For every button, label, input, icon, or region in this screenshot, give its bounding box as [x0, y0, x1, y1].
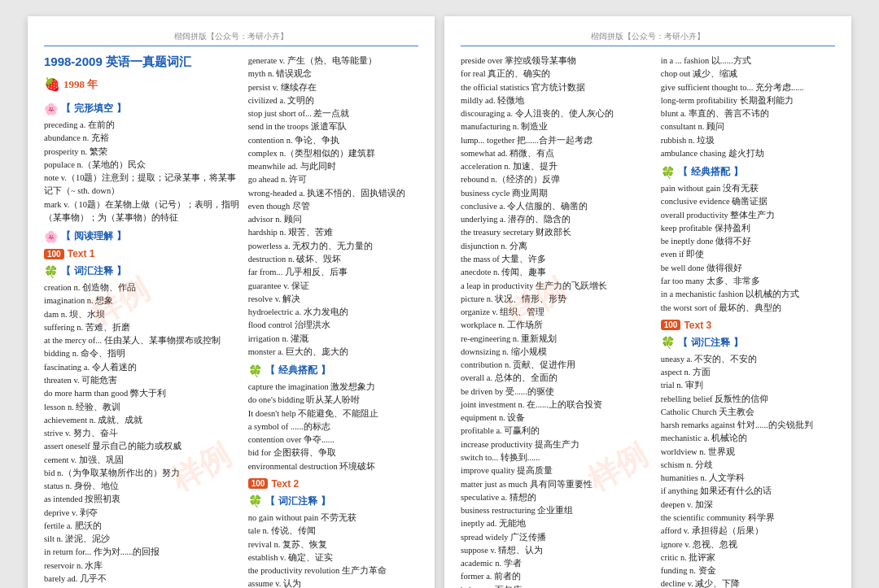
vocab-entry: far too many 太多、非常多: [661, 275, 835, 288]
vocab-entry: worldview n. 世界观: [661, 446, 835, 459]
vocab-entry: business cycle 商业周期: [461, 187, 653, 200]
vocab-entry: lump... together 把......合并一起考虑: [461, 134, 653, 147]
vocab-entry: deprive v. 剥夺: [44, 507, 240, 520]
icon-100-3: 100: [661, 320, 681, 330]
vocab-entry: powerless a. 无权力的、无力量的: [248, 240, 418, 253]
wanxing-entries: preceding a. 在前的 abundance n. 充裕 prosper…: [44, 119, 240, 224]
vocab-entry: generate v. 产生（热、电等能量）: [248, 54, 418, 68]
vocab-entry: conclusive evidence 确凿证据: [661, 195, 835, 208]
vocab-entry: academic n. 学者: [461, 557, 653, 570]
vocab-entry: manufacturing n. 制造业: [461, 120, 653, 133]
vocab-entry: ambulance chasing 趁火打劫: [661, 147, 835, 160]
vocab-entry: the mass of 大量、许多: [461, 253, 653, 266]
vocab-entry: contribution n. 贡献、促进作用: [461, 359, 653, 372]
vocab-entry: acceleration n. 加速、提升: [461, 160, 653, 173]
vocab-entry: wrong-headed a. 执迷不悟的、固执错误的: [248, 187, 418, 200]
vocab-entry: go ahead n. 许可: [248, 173, 418, 186]
vocab-entry: stop just short of... 差一点就: [248, 107, 418, 120]
clover-icon-3: 🍀: [248, 494, 262, 507]
vocab-entry: Catholic Church 天主教会: [661, 406, 835, 419]
page-1: 样例 样例 楷阔拼版【公众号：考研小卉】 1998-2009 英语一真题词汇 🍓…: [28, 16, 435, 588]
vocab-entry: fertile a. 肥沃的: [44, 520, 240, 533]
vocab-entry: rubbish n. 垃圾: [661, 134, 835, 147]
vocab-entry: former a. 前者的: [461, 570, 653, 583]
vocab-entry: at the mercy of... 任由某人、某事物摆布或控制: [44, 334, 240, 347]
vocab-entry: as intended 按照初衷: [44, 493, 240, 506]
vocab-entry: increase productivity 提高生产力: [461, 438, 653, 451]
vocab-entry: lesson n. 经验、教训: [44, 401, 240, 414]
vocab-entry: creation n. 创造物、作品: [44, 281, 240, 294]
vocab-entry: picture n. 状况、情形、形势: [461, 293, 653, 306]
vocab-entry: preside over 掌控或领导某事物: [461, 54, 653, 68]
section-jingdian2: 🍀 【 经典搭配 】: [661, 165, 835, 179]
icon-100-1: 100: [44, 249, 64, 259]
vocab-entry: bid n.（为争取某物所作出的）努力: [44, 467, 240, 480]
vocab-entry: suffering n. 苦难、折磨: [44, 321, 240, 334]
vocab-entry: meanwhile ad. 与此同时: [248, 160, 418, 173]
clover-icon-5: 🍀: [661, 336, 675, 349]
vocab-entry: the scientific community 科学界: [661, 512, 835, 525]
vocab-entry: speculative a. 猜想的: [461, 491, 653, 504]
vocab-entry: even though 尽管: [248, 200, 418, 213]
vocab-entry: improve quality 提高质量: [461, 464, 653, 477]
page-2: 样例 样例 楷阔拼版【公众号：考研小卉】 preside over 掌控或领导某…: [444, 16, 851, 588]
vocab-entry: flood control 治理洪水: [248, 319, 418, 332]
vocab-entry: hydroelectric a. 水力发电的: [248, 306, 418, 319]
page1-right-col: generate v. 产生（热、电等能量） myth n. 错误观念 pers…: [248, 54, 418, 588]
vocab-entry: funding n. 资金: [661, 564, 835, 577]
vocab-entry: underlying a. 潜存的、隐含的: [461, 213, 653, 226]
page-header-2: 楷阔拼版【公众号：考研小卉】: [461, 31, 835, 46]
vocab-entry: monster a. 巨大的、庞大的: [248, 346, 418, 359]
vocab-entry: the treasury secretary 财政部长: [461, 226, 653, 239]
vocab-entry: deepen v. 加深: [661, 499, 835, 512]
vocab-entry: populace n.（某地的）民众: [44, 159, 240, 172]
vocab-entry: the official statistics 官方统计数据: [461, 81, 653, 94]
vocab-entry: trial n. 审判: [661, 379, 835, 392]
vocab-entry: dam n. 坝、水坝: [44, 308, 240, 321]
vocab1-entries: creation n. 创造物、作品 imagination n. 想象 dam…: [44, 281, 240, 586]
vocab-entry: resolve v. 解决: [248, 293, 418, 306]
vocab-entry: pain without gain 没有无获: [661, 182, 835, 195]
vocab-entry: assume v. 认为: [248, 577, 418, 588]
page2-right-col: in a ... fashion 以......方式 chop out 减少、缩…: [661, 54, 835, 588]
vocab-entry: decline v. 减少、下降: [661, 577, 835, 588]
section-vocab1: 🍀 【 词汇注释 】: [44, 264, 240, 278]
vocab-entry: equipment n. 设备: [461, 412, 653, 425]
section-vocab3: 🍀 【 词汇注释 】: [661, 336, 835, 350]
vocab-entry: suppose v. 猜想、认为: [461, 544, 653, 557]
jingdian2-entries: pain without gain 没有无获 conclusive eviden…: [661, 182, 835, 315]
vocab-entry: threaten v. 可能危害: [44, 374, 240, 387]
clover-icon-2: 🍀: [248, 364, 262, 377]
vocab-entry: even if 即使: [661, 248, 835, 261]
vocab-entry: be ineptly done 做得不好: [661, 235, 835, 248]
vocab-entry: workplace n. 工作场所: [461, 319, 653, 332]
right-vocab-entries: generate v. 产生（热、电等能量） myth n. 错误观念 pers…: [248, 54, 418, 359]
vocab-entry: harsh remarks against 针对......的尖锐批判: [661, 419, 835, 432]
vocab-entry: give sufficient thought to... 充分考虑......: [661, 81, 835, 94]
vocab-entry: uneasy a. 不安的、不安的: [661, 353, 835, 366]
vocab-entry: joint investment n. 在......上的联合投资: [461, 399, 653, 412]
vocab-entry: irrigation n. 灌溉: [248, 333, 418, 346]
page1-left-col: 1998-2009 英语一真题词汇 🍓 1998 年 🌸 【 完形填空 】: [44, 54, 240, 588]
vocab-entry: in a mechanistic fashion 以机械的方式: [661, 288, 835, 301]
vocab-entry: persist v. 继续存在: [248, 81, 418, 94]
year-badge: 🍓 1998 年: [44, 76, 98, 92]
vocab-entry: conclusive a. 令人信服的、确凿的: [461, 200, 653, 213]
pages-container: 样例 样例 楷阔拼版【公众号：考研小卉】 1998-2009 英语一真题词汇 🍓…: [28, 16, 851, 588]
vocab-entry: for real 真正的、确实的: [461, 68, 653, 81]
vocab-entry: civilized a. 文明的: [248, 94, 418, 107]
vocab-entry: aspect n. 方面: [661, 366, 835, 379]
vocab-entry: revival n. 复苏、恢复: [248, 538, 418, 551]
vocab-entry: downsizing n. 缩小规模: [461, 346, 653, 359]
vocab-entry: chop out 减少、缩减: [661, 68, 835, 81]
vocab-entry: tale n. 传说、传闻: [248, 525, 418, 538]
vocab-entry: abundance n. 充裕: [44, 132, 240, 145]
vocab-entry: fascinating a. 令人着迷的: [44, 361, 240, 374]
year-section: 🍓 1998 年: [44, 76, 240, 97]
vocab-entry: discouraging a. 令人沮丧的、使人灰心的: [461, 107, 653, 120]
vocab-entry: prosperity n. 繁荣: [44, 146, 240, 159]
vocab-entry: critic n. 批评家: [661, 551, 835, 564]
vocab-entry: long-term profitability 长期盈利能力: [661, 94, 835, 107]
vocab-entry: be driven by 受......的驱使: [461, 385, 653, 399]
vocab-entry: preceding a. 在前的: [44, 119, 240, 132]
